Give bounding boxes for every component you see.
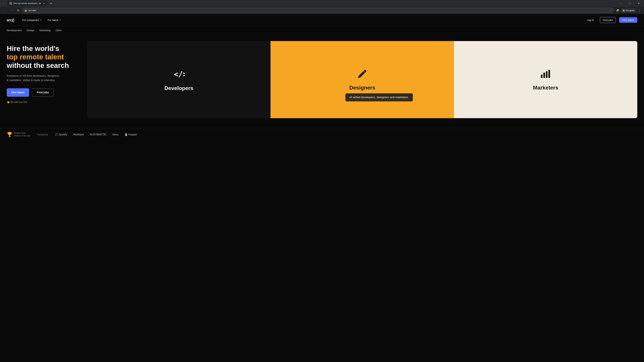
designers-panel: Designers [270,41,454,118]
close-button[interactable]: ✕ [635,1,643,6]
for-talent-label: For talent [48,18,58,21]
reload-button[interactable]: ↻ [16,8,21,13]
hubspot-logo: HubSpot [73,133,84,136]
pen-icon [357,68,368,81]
hire-talent-nav-button[interactable]: Hire talent [619,17,637,23]
back-button[interactable]: ← [2,8,8,13]
product-hunt-icon: 🏆 [7,132,12,137]
hero-title: Hire the world's top remote talent witho… [7,44,77,70]
active-tab[interactable]: Hire top remote developers, de ✕ [8,0,48,6]
browser-menu-button[interactable]: ⋮ [636,8,642,13]
site-content: arc() For companies ▼ For talent ▼ Log I… [0,14,644,141]
tab-title: Hire top remote developers, de [14,2,41,4]
for-companies-dropdown[interactable]: For companies ▼ [21,17,43,22]
developers-panel: </> Developers [87,41,270,118]
designers-label: Designers [349,85,375,91]
address-text: arc.dev [28,9,608,12]
new-tab-button[interactable]: + [49,1,54,6]
ph-line2: Product of the day [14,135,30,137]
find-jobs-button[interactable]: Find jobs [32,88,54,97]
tab-scroll-button[interactable]: ‹ [1,1,6,6]
hire-talent-button[interactable]: Hire talent [7,88,29,97]
hero-title-line2: without the search [7,61,69,69]
browser-chrome: ‹ Hire top remote developers, de ✕ + – □… [0,0,644,14]
ph-line1: Product Hunt [14,132,30,135]
incognito-label: Incognito [626,9,634,12]
automattic-logo: AUTOMATTIC [90,133,106,136]
login-button[interactable]: Log In [584,17,596,23]
find-jobs-nav-button[interactable]: Find jobs [600,17,616,23]
hims-logo: hims [112,133,118,136]
trusted-section: 🏆 Product Hunt Product of the day Truste… [0,128,644,141]
tab-favicon [10,2,12,5]
tab-close-button[interactable]: ✕ [42,2,46,5]
site-logo[interactable]: arc() [7,18,14,22]
sub-nav-marketing[interactable]: Marketing [40,28,50,32]
trusted-by-label: Trusted by [37,133,48,136]
for-companies-label: For companies [22,18,39,21]
sub-nav-design[interactable]: Design [26,28,34,32]
marketers-panel: Marketers [454,41,637,118]
extensions-button[interactable]: 🧩 [615,8,620,13]
bookmark-icon[interactable]: ☆ [609,9,612,12]
hero-note: 👋 $0 until you hire [7,101,77,103]
svg-rect-1 [541,75,542,78]
window-controls: – □ ✕ [617,1,643,6]
for-companies-chevron: ▼ [40,19,42,21]
hero-caption-overlay: of vetted developers, designers and mark… [345,93,413,101]
minimize-button[interactable]: – [617,1,624,6]
browser-actions: 🧩 🕵 Incognito ⋮ [615,8,642,13]
hero-title-accent: top remote talent [7,53,64,61]
lock-icon: 🔒 [24,9,27,12]
svg-rect-3 [546,71,548,78]
incognito-badge: 🕵 Incognito [621,8,636,12]
marketers-label: Marketers [533,85,558,91]
forward-button[interactable]: → [9,8,14,13]
chart-icon [540,68,551,81]
address-bar-row: ← → ↻ 🔒 arc.dev ☆ 🧩 🕵 Incognito ⋮ [0,7,644,14]
developers-label: Developers [164,85,193,91]
maximize-button[interactable]: □ [626,1,634,6]
product-hunt-badge: 🏆 Product Hunt Product of the day [7,132,30,137]
incognito-icon: 🕵 [622,9,625,12]
product-hunt-text: Product Hunt Product of the day [14,132,30,137]
note-text: $0 until you hire [10,101,27,103]
svg-text:</>: </> [174,70,185,78]
hero-subtitle: Freelance or full-time developers, desig… [7,74,77,82]
svg-rect-2 [544,72,545,78]
hero-text: Hire the world's top remote talent witho… [7,41,77,103]
hero-title-line1: Hire the world's [7,44,59,52]
hero-buttons: Hire talent Find jobs [7,88,77,97]
browser-titlebar: ‹ Hire top remote developers, de ✕ + – □… [0,0,644,7]
address-input[interactable]: 🔒 arc.dev ☆ [22,8,614,13]
for-talent-chevron: ▼ [59,19,61,21]
sub-nav-development[interactable]: Development [7,28,22,32]
hero-section: Hire the world's top remote talent witho… [0,34,644,128]
trusted-logos: 🎵 Spotify HubSpot AUTOMATTIC hims 🐰 hopp… [55,133,637,136]
spotify-logo: 🎵 Spotify [55,133,67,136]
for-talent-dropdown[interactable]: For talent ▼ [46,17,62,22]
code-icon: </> [173,68,185,82]
hero-visual: </> Developers Designers [87,41,637,118]
note-emoji: 👋 [7,101,10,103]
site-nav: arc() For companies ▼ For talent ▼ Log I… [0,14,644,26]
hopper-logo: 🐰 hopper [124,133,137,136]
sub-nav-other[interactable]: Other [56,28,62,32]
sub-nav: Development Design Marketing Other [0,26,644,34]
svg-rect-4 [548,70,550,78]
